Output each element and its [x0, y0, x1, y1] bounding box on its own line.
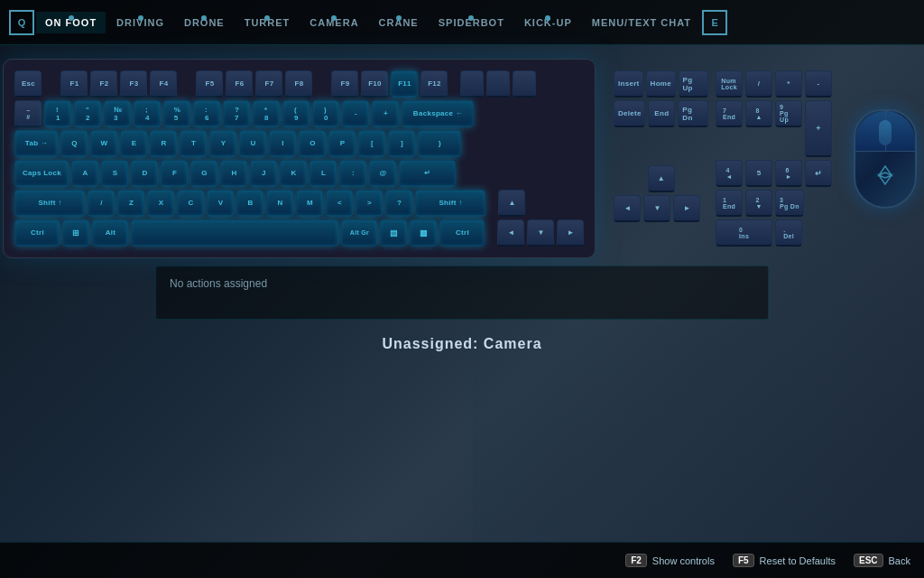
- key-f5[interactable]: F5: [196, 70, 223, 98]
- key-num-8[interactable]: 8▲: [745, 100, 772, 127]
- tab-crane[interactable]: CRANE: [370, 12, 428, 33]
- key-tab[interactable]: Tab →: [14, 130, 58, 157]
- key-4[interactable]: ;4: [134, 100, 161, 127]
- key-num-slash[interactable]: /: [745, 70, 772, 98]
- key-num-star[interactable]: *: [775, 70, 802, 98]
- key-f12[interactable]: F12: [420, 70, 448, 98]
- key-right[interactable]: ►: [557, 219, 584, 247]
- key-period[interactable]: >: [356, 190, 383, 217]
- key-f4[interactable]: F4: [150, 70, 177, 98]
- key-q[interactable]: Q: [60, 130, 88, 157]
- key-num-2[interactable]: 2▼: [745, 190, 772, 217]
- key-7[interactable]: ?7: [223, 100, 250, 127]
- key-num-6[interactable]: 6►: [775, 160, 802, 187]
- key-fn[interactable]: ▦: [410, 219, 437, 247]
- key-home[interactable]: Home: [646, 70, 675, 98]
- key-e[interactable]: E: [120, 130, 147, 157]
- back-button[interactable]: ESC Back: [854, 554, 910, 567]
- key-insert[interactable]: Insert: [614, 70, 643, 98]
- key-w[interactable]: W: [90, 130, 117, 157]
- key-num-9[interactable]: 9Pg Up: [775, 100, 802, 127]
- key-5[interactable]: %5: [163, 100, 190, 127]
- key-backtick[interactable]: ~#: [14, 100, 42, 127]
- key-lbracket[interactable]: [: [358, 130, 385, 157]
- key-n[interactable]: N: [266, 190, 293, 217]
- key-num-0[interactable]: 0Ins: [716, 219, 772, 247]
- key-num-dot[interactable]: .Del: [775, 219, 802, 247]
- key-u[interactable]: U: [239, 130, 266, 157]
- key-rbracket[interactable]: ]: [388, 130, 415, 157]
- key-minus[interactable]: -: [342, 100, 369, 127]
- key-t[interactable]: T: [180, 130, 207, 157]
- key-f3[interactable]: F3: [120, 70, 147, 98]
- key-semicolon[interactable]: :: [339, 160, 366, 187]
- key-down[interactable]: ▼: [527, 219, 554, 247]
- key-pause[interactable]: [513, 70, 536, 98]
- key-win[interactable]: ⊞: [62, 219, 89, 247]
- key-ctrl-right[interactable]: Ctrl: [439, 219, 485, 247]
- key-r[interactable]: R: [150, 130, 177, 157]
- tab-spiderbot[interactable]: SPIDERBOT: [430, 12, 513, 33]
- key-prtsc[interactable]: [460, 70, 484, 98]
- tab-turret[interactable]: TURRET: [236, 12, 300, 33]
- key-f6[interactable]: F6: [226, 70, 253, 98]
- key-a[interactable]: A: [71, 160, 98, 187]
- key-f1[interactable]: F1: [60, 70, 88, 98]
- key-shift-left[interactable]: Shift ↑: [14, 190, 85, 217]
- key-slash[interactable]: ?: [385, 190, 412, 217]
- key-num-1[interactable]: 1End: [716, 190, 743, 217]
- key-equals[interactable]: +: [372, 100, 399, 127]
- key-nav-left[interactable]: ◄: [614, 195, 641, 222]
- key-1[interactable]: !1: [44, 100, 71, 127]
- show-controls-button[interactable]: F2 Show controls: [625, 554, 715, 567]
- key-i[interactable]: I: [269, 130, 296, 157]
- key-f8[interactable]: F8: [285, 70, 312, 98]
- tab-driving[interactable]: DRIVING: [107, 12, 173, 33]
- key-alt-right[interactable]: Alt Gr: [341, 219, 377, 247]
- key-b[interactable]: B: [236, 190, 263, 217]
- key-num-3[interactable]: 3Pg Dn: [775, 190, 804, 217]
- key-nav-up[interactable]: ▲: [648, 165, 675, 192]
- tab-menu-text-chat[interactable]: MENU/TEXT CHAT: [583, 12, 700, 33]
- key-quote[interactable]: @: [369, 160, 396, 187]
- key-num-4[interactable]: 4◄: [716, 160, 743, 187]
- key-numlock[interactable]: NumLock: [716, 70, 743, 98]
- key-backspace[interactable]: Backspace ←: [402, 100, 474, 127]
- key-alt-left[interactable]: Alt: [92, 219, 128, 247]
- key-esc[interactable]: Esc: [14, 70, 42, 98]
- e-box[interactable]: E: [702, 10, 727, 35]
- key-j[interactable]: J: [250, 160, 277, 187]
- key-6[interactable]: :6: [193, 100, 220, 127]
- tab-camera[interactable]: CAMERA: [300, 12, 367, 33]
- key-f11[interactable]: F11: [391, 70, 418, 98]
- key-k[interactable]: K: [280, 160, 307, 187]
- key-l[interactable]: L: [310, 160, 337, 187]
- key-caps[interactable]: Caps Lock: [14, 160, 69, 187]
- key-f10[interactable]: F10: [361, 70, 388, 98]
- key-v[interactable]: V: [207, 190, 234, 217]
- tab-on-foot[interactable]: ON FOOT: [36, 12, 106, 33]
- key-comma[interactable]: <: [326, 190, 353, 217]
- key-pgdn[interactable]: Pg Dn: [678, 100, 708, 127]
- key-num-enter-r[interactable]: ↵: [805, 160, 832, 187]
- mouse-scroll-wheel[interactable]: [879, 120, 892, 145]
- key-x[interactable]: X: [147, 190, 174, 217]
- key-3[interactable]: №3: [104, 100, 131, 127]
- key-0[interactable]: )0: [312, 100, 339, 127]
- key-f7[interactable]: F7: [255, 70, 282, 98]
- key-delete[interactable]: Delete: [614, 100, 645, 127]
- key-shift-right[interactable]: Shift ↑: [415, 190, 485, 217]
- key-f[interactable]: F: [161, 160, 188, 187]
- reset-defaults-button[interactable]: F5 Reset to Defaults: [733, 554, 836, 567]
- key-space[interactable]: [131, 219, 338, 247]
- key-g[interactable]: G: [190, 160, 217, 187]
- key-9[interactable]: (9: [282, 100, 310, 127]
- key-d[interactable]: D: [131, 160, 158, 187]
- key-up[interactable]: ▲: [498, 190, 525, 217]
- key-menu[interactable]: ▤: [380, 219, 407, 247]
- key-nav-down[interactable]: ▼: [643, 195, 670, 222]
- tab-kick-up[interactable]: KICK-UP: [515, 12, 581, 33]
- key-fwdslash[interactable]: /: [88, 190, 115, 217]
- key-s[interactable]: S: [101, 160, 128, 187]
- key-scrlk[interactable]: [486, 70, 510, 98]
